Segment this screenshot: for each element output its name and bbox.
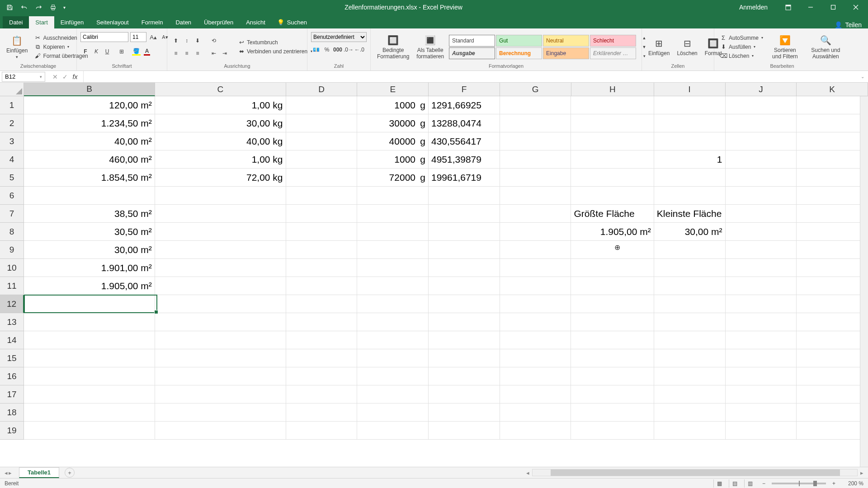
- cell[interactable]: [500, 187, 571, 205]
- save-icon[interactable]: [3, 1, 16, 14]
- cell[interactable]: [726, 223, 797, 241]
- cell[interactable]: [500, 295, 571, 313]
- formula-input[interactable]: [84, 72, 857, 82]
- cell[interactable]: [571, 150, 654, 169]
- cell[interactable]: [155, 277, 286, 295]
- clear-button[interactable]: ⌫Löschen▾: [718, 52, 765, 60]
- cell[interactable]: [286, 295, 358, 313]
- column-header[interactable]: G: [500, 83, 571, 96]
- style-berechnung[interactable]: Berechnung: [496, 47, 542, 59]
- cell[interactable]: 1000g: [357, 96, 429, 114]
- cell[interactable]: [429, 404, 500, 422]
- cell[interactable]: [286, 331, 358, 349]
- zoom-in-button[interactable]: +: [830, 480, 838, 487]
- style-eingabe[interactable]: Eingabe: [543, 47, 589, 59]
- conditional-formatting-button[interactable]: 🔲Bedingte Formatierung: [374, 33, 412, 60]
- cell[interactable]: [357, 259, 429, 277]
- cell[interactable]: 13288,0474: [429, 114, 500, 132]
- qat-customize-icon[interactable]: ▾: [61, 1, 68, 14]
- enter-formula-icon[interactable]: ✓: [61, 73, 70, 80]
- row-header[interactable]: 5: [0, 169, 24, 187]
- cell[interactable]: Größte Fläche: [571, 205, 654, 223]
- cell[interactable]: [654, 313, 726, 331]
- cell[interactable]: [357, 187, 429, 205]
- close-button[interactable]: [845, 0, 866, 14]
- vertical-scrollbar[interactable]: [860, 96, 868, 467]
- cell[interactable]: 72000g: [357, 169, 429, 187]
- grow-font-button[interactable]: A▴: [148, 32, 158, 42]
- cell[interactable]: [571, 277, 654, 295]
- merge-center-button[interactable]: ⬌Verbinden und zentrieren▾: [236, 47, 314, 56]
- cell[interactable]: [797, 385, 868, 404]
- undo-icon[interactable]: [17, 1, 31, 14]
- cell[interactable]: [500, 404, 571, 422]
- cell[interactable]: [286, 223, 358, 241]
- style-schlecht[interactable]: Schlecht: [590, 35, 636, 47]
- tab-daten[interactable]: Daten: [169, 16, 198, 28]
- tab-formeln[interactable]: Formeln: [135, 16, 170, 28]
- cell[interactable]: [286, 313, 358, 331]
- cell[interactable]: [797, 223, 868, 241]
- spreadsheet-grid[interactable]: BCDEFGHIJK 1120,00 m²1,00 kg1000g1291,66…: [0, 83, 868, 467]
- cell[interactable]: 40000g: [357, 132, 429, 150]
- cell[interactable]: [571, 259, 654, 277]
- cell[interactable]: 1: [654, 150, 726, 169]
- cell[interactable]: [654, 114, 726, 132]
- cell[interactable]: [797, 422, 868, 440]
- cell[interactable]: [357, 295, 429, 313]
- hscroll-right[interactable]: ▸: [858, 469, 866, 476]
- increase-indent-button[interactable]: ⇥: [220, 48, 230, 58]
- cell[interactable]: [429, 313, 500, 331]
- cell[interactable]: [155, 295, 286, 313]
- cell[interactable]: [357, 205, 429, 223]
- tab-einfuegen[interactable]: Einfügen: [54, 16, 90, 28]
- cell[interactable]: 460,00 m²: [24, 150, 155, 169]
- cell[interactable]: [429, 187, 500, 205]
- row-header[interactable]: 14: [0, 331, 24, 349]
- cell[interactable]: [500, 114, 571, 132]
- insert-function-icon[interactable]: fx: [71, 73, 80, 80]
- cell[interactable]: [500, 96, 571, 114]
- insert-cells-button[interactable]: ⊞Einfügen: [646, 36, 672, 57]
- cell[interactable]: [500, 367, 571, 385]
- maximize-button[interactable]: [823, 0, 844, 14]
- row-header[interactable]: 1: [0, 96, 24, 114]
- cell[interactable]: [654, 241, 726, 259]
- row-header[interactable]: 8: [0, 223, 24, 241]
- sheet-nav-first[interactable]: ◂: [5, 469, 8, 476]
- cell[interactable]: 30,00 m²: [24, 241, 155, 259]
- cell[interactable]: [357, 223, 429, 241]
- cell[interactable]: [429, 241, 500, 259]
- cell[interactable]: [654, 385, 726, 404]
- cell[interactable]: [286, 205, 358, 223]
- cell[interactable]: [654, 96, 726, 114]
- cell[interactable]: [726, 150, 797, 169]
- cell[interactable]: [429, 367, 500, 385]
- cell[interactable]: [429, 349, 500, 367]
- font-color-button[interactable]: A: [142, 47, 152, 56]
- cell[interactable]: [797, 241, 868, 259]
- align-right-button[interactable]: ≡: [193, 48, 203, 58]
- cell[interactable]: [155, 367, 286, 385]
- cell[interactable]: [797, 313, 868, 331]
- cell[interactable]: [500, 132, 571, 150]
- cell[interactable]: [571, 169, 654, 187]
- select-all-corner[interactable]: [0, 83, 24, 96]
- cell[interactable]: [429, 331, 500, 349]
- cell[interactable]: 1000g: [357, 150, 429, 169]
- cell[interactable]: [155, 404, 286, 422]
- currency-button[interactable]: 💶: [311, 45, 321, 55]
- row-header[interactable]: 3: [0, 132, 24, 150]
- italic-button[interactable]: K: [91, 47, 101, 56]
- page-break-view-button[interactable]: ▥: [744, 479, 756, 488]
- cell[interactable]: [286, 241, 358, 259]
- column-header[interactable]: I: [654, 83, 726, 96]
- cell[interactable]: [155, 331, 286, 349]
- cell[interactable]: [571, 187, 654, 205]
- signin-link[interactable]: Anmelden: [739, 4, 768, 11]
- cell[interactable]: 30000g: [357, 114, 429, 132]
- cell[interactable]: [500, 223, 571, 241]
- sort-filter-button[interactable]: 🔽Sortieren und Filtern: [767, 33, 803, 60]
- cell[interactable]: [155, 241, 286, 259]
- cell[interactable]: [286, 132, 358, 150]
